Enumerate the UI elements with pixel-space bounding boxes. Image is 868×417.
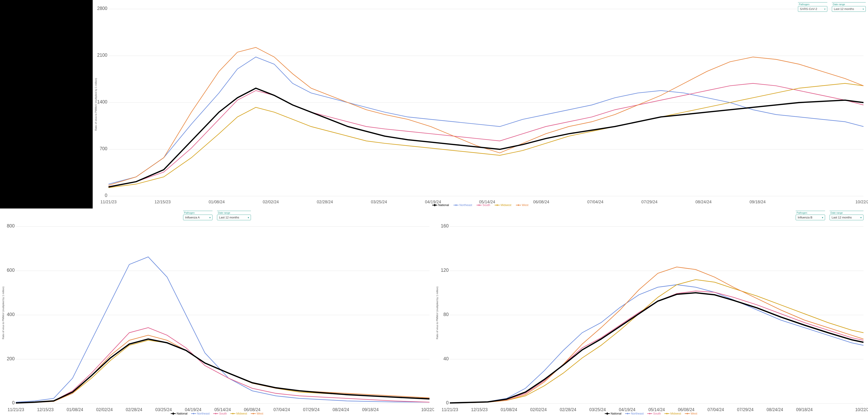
- date-range-select-wrapper-bl: Last 12 months Last 6 months Last 3 mont…: [217, 215, 251, 220]
- svg-text:02/02/24: 02/02/24: [530, 407, 547, 412]
- svg-text:09/18/24: 09/18/24: [796, 407, 813, 412]
- svg-text:08/24/24: 08/24/24: [767, 407, 783, 412]
- br-chart-svg: 0 40 80 120 160 11/21/23 12/15/23 01/08: [450, 227, 864, 404]
- svg-text:01/08/24: 01/08/24: [209, 199, 225, 204]
- svg-text:2800: 2800: [97, 6, 107, 11]
- svg-marker-33: [518, 204, 519, 206]
- svg-text:11/21/23: 11/21/23: [100, 199, 116, 204]
- pathogen-select-wrapper-br: Influenza B SARS-CoV-2 Influenza A RSV: [796, 215, 825, 220]
- legend-west-label: West: [522, 203, 528, 207]
- svg-text:40: 40: [443, 356, 449, 361]
- bl-chart-svg: 0 200 400 600 800 11/21/23 12/15/23 01/: [16, 227, 430, 404]
- svg-text:800: 800: [7, 223, 15, 229]
- legend-national-top: National: [432, 203, 449, 207]
- date-range-select-wrapper-br: Last 12 months Last 6 months Last 3 mont…: [830, 215, 864, 220]
- svg-marker-99: [666, 413, 668, 415]
- legend-northeast-bl: Northeast: [191, 412, 210, 415]
- date-range-select-bl[interactable]: Last 12 months Last 6 months Last 3 mont…: [217, 215, 251, 220]
- svg-text:01/08/24: 01/08/24: [501, 407, 517, 412]
- svg-text:02/02/24: 02/02/24: [96, 407, 113, 412]
- pathogen-control-bl: Pathogen Influenza A SARS-CoV-2 Influenz…: [183, 211, 213, 220]
- legend-national-bl: National: [170, 412, 187, 415]
- pathogen-label-br: Pathogen: [796, 211, 825, 214]
- svg-rect-59: [172, 412, 175, 415]
- legend-south-bl: South: [213, 412, 227, 415]
- svg-text:07/29/24: 07/29/24: [303, 407, 320, 412]
- legend-west-label-bl: West: [256, 412, 263, 415]
- date-range-label-br: Date range: [830, 211, 864, 214]
- pathogen-label: Pathogen: [798, 2, 827, 6]
- pathogen-label-bl: Pathogen: [183, 211, 213, 214]
- top-chart-section: Pathogen SARS-CoV-2 Influenza A Influenz…: [93, 0, 868, 208]
- svg-text:400: 400: [7, 311, 15, 317]
- legend-south-top: South: [477, 203, 490, 207]
- legend-south-label: South: [483, 203, 490, 207]
- svg-text:07/29/24: 07/29/24: [641, 199, 657, 204]
- svg-text:1400: 1400: [97, 99, 107, 104]
- svg-text:08/24/24: 08/24/24: [333, 407, 349, 412]
- svg-text:10/22/24: 10/22/24: [855, 407, 868, 412]
- svg-text:08/24/24: 08/24/24: [695, 199, 712, 204]
- bottom-section: Pathogen Influenza A SARS-CoV-2 Influenz…: [0, 208, 868, 417]
- svg-text:07/04/24: 07/04/24: [274, 407, 290, 412]
- legend-national-label: National: [438, 203, 449, 207]
- pathogen-select-br[interactable]: Influenza B SARS-CoV-2 Influenza A RSV: [796, 215, 825, 220]
- svg-marker-95: [627, 413, 628, 415]
- svg-text:09/18/24: 09/18/24: [362, 407, 379, 412]
- svg-text:0: 0: [12, 400, 15, 406]
- svg-text:10/22/24: 10/22/24: [855, 199, 868, 204]
- legend-northeast-br: Northeast: [625, 412, 644, 415]
- pathogen-select-wrapper-bl: Influenza A SARS-CoV-2 Influenza B RSV: [183, 215, 213, 220]
- bottom-left-controls: Pathogen Influenza A SARS-CoV-2 Influenz…: [183, 211, 251, 220]
- top-chart-legend: National Northeast South Midwest West: [432, 203, 528, 207]
- y-axis-label-br: Ratio of virus to PMMoV (multiplied by 1…: [436, 286, 438, 339]
- svg-text:07/29/24: 07/29/24: [737, 407, 754, 412]
- svg-marker-27: [455, 204, 457, 206]
- svg-text:06/08/24: 06/08/24: [678, 407, 694, 412]
- svg-text:120: 120: [441, 267, 449, 273]
- svg-text:02/28/24: 02/28/24: [560, 407, 576, 412]
- svg-text:03/25/24: 03/25/24: [589, 407, 606, 412]
- date-range-control-bl: Date range Last 12 months Last 6 months …: [217, 211, 251, 220]
- legend-midwest-br: Midwest: [664, 412, 681, 415]
- svg-marker-31: [496, 204, 498, 206]
- y-axis-label-top: Ratio of virus to PMMoV (multiplied by 1…: [94, 78, 97, 131]
- svg-text:12/15/23: 12/15/23: [155, 199, 170, 204]
- svg-text:09/18/24: 09/18/24: [749, 199, 766, 204]
- main-container: Pathogen SARS-CoV-2 Influenza A Influenz…: [0, 0, 868, 417]
- svg-text:03/25/24: 03/25/24: [155, 407, 172, 412]
- svg-text:2100: 2100: [97, 53, 107, 58]
- legend-northeast-label-bl: Northeast: [197, 412, 210, 415]
- svg-text:700: 700: [100, 146, 107, 151]
- legend-south-br: South: [647, 412, 661, 415]
- legend-midwest-bl: Midwest: [230, 412, 247, 415]
- svg-text:06/08/24: 06/08/24: [244, 407, 260, 412]
- br-legend: National Northeast South Midwest West: [604, 412, 697, 415]
- black-panel-top: [0, 0, 93, 208]
- svg-text:600: 600: [7, 267, 15, 273]
- bl-legend: National Northeast South Midwest West: [170, 412, 263, 415]
- legend-national-br: National: [604, 412, 621, 415]
- date-range-label-top: Date range: [832, 2, 866, 6]
- date-range-control-br: Date range Last 12 months Last 6 months …: [830, 211, 864, 220]
- legend-national-label-bl: National: [177, 412, 187, 415]
- pathogen-select-bl[interactable]: Influenza A SARS-CoV-2 Influenza B RSV: [183, 215, 213, 220]
- svg-text:01/08/24: 01/08/24: [67, 407, 83, 412]
- legend-south-label-bl: South: [219, 412, 227, 415]
- svg-text:200: 200: [7, 356, 15, 361]
- svg-text:160: 160: [441, 223, 449, 229]
- y-axis-label-bl: Ratio of virus to PMMoV (multiplied by 1…: [2, 286, 4, 339]
- legend-northeast-label: Northeast: [459, 203, 472, 207]
- svg-text:07/04/24: 07/04/24: [708, 407, 724, 412]
- svg-text:07/04/24: 07/04/24: [587, 199, 603, 204]
- svg-text:11/21/23: 11/21/23: [7, 407, 24, 412]
- svg-marker-61: [193, 413, 194, 415]
- date-range-label-bl: Date range: [217, 211, 251, 214]
- legend-west-label-br: West: [690, 412, 697, 415]
- svg-text:06/08/24: 06/08/24: [533, 199, 549, 204]
- date-range-select-br[interactable]: Last 12 months Last 6 months Last 3 mont…: [830, 215, 864, 220]
- svg-text:12/15/23: 12/15/23: [37, 407, 54, 412]
- legend-midwest-label-bl: Midwest: [236, 412, 247, 415]
- legend-midwest-top: Midwest: [495, 203, 511, 207]
- svg-text:05/14/24: 05/14/24: [648, 407, 665, 412]
